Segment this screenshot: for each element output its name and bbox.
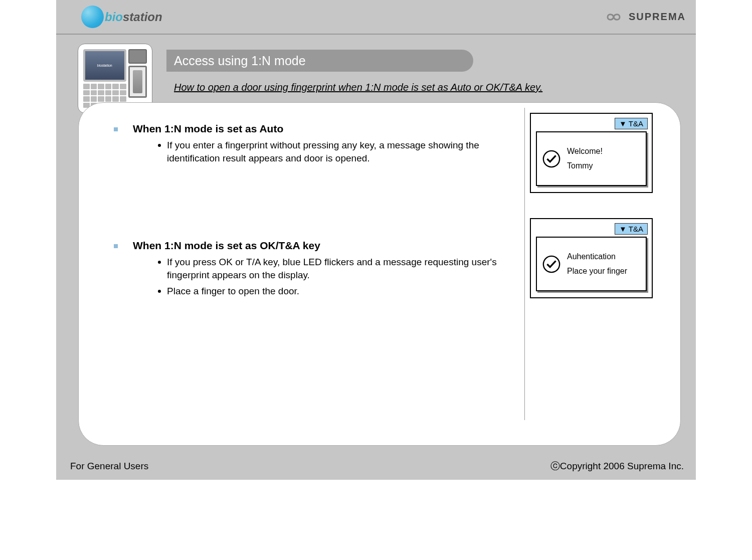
section-heading: When 1:N mode is set as Auto — [133, 123, 283, 135]
square-bullet-icon — [114, 244, 118, 248]
page-subtitle: How to open a door using fingerprint whe… — [174, 82, 542, 93]
dot-bullet-icon — [158, 290, 161, 293]
list-item-text: If you enter a fingerprint without press… — [167, 139, 515, 164]
mockup-line1: Auhentication — [567, 250, 627, 264]
page-title: Access using 1:N mode — [166, 50, 473, 72]
content-panel: When 1:N mode is set as Auto If you ente… — [78, 102, 681, 446]
footer: For General Users ⓒCopyright 2006 Suprem… — [56, 452, 696, 480]
list-item-text: Place a finger to open the door. — [167, 285, 299, 298]
list-item: If you enter a fingerprint without press… — [158, 139, 515, 164]
logo-suprema-text: SUPREMA — [629, 11, 686, 23]
logo-suprema: SUPREMA — [602, 10, 686, 25]
ta-badge: ▼ T&A — [615, 223, 648, 235]
footer-right: ⓒCopyright 2006 Suprema Inc. — [550, 460, 684, 473]
footer-left: For General Users — [70, 461, 148, 472]
slide: biostation SUPREMA biostation — [56, 0, 696, 480]
check-circle-icon — [542, 149, 561, 168]
biostation-swirl-icon — [81, 6, 104, 28]
content-area: biostation Access using 1 — [56, 35, 696, 446]
list-item-text: If you press OK or T/A key, blue LED fli… — [167, 256, 515, 281]
device-fingerprint-icon — [128, 66, 147, 98]
logo-biostation: biostation — [81, 6, 162, 28]
square-bullet-icon — [114, 127, 118, 131]
header: biostation SUPREMA — [56, 0, 696, 35]
mockup-welcome: ▼ T&A Welcome! Tommy — [530, 113, 653, 193]
svg-point-1 — [543, 256, 559, 272]
screen-mockups: ▼ T&A Welcome! Tommy — [530, 113, 653, 298]
check-circle-icon — [542, 255, 561, 274]
mockup-line1: Welcome! — [567, 144, 603, 159]
logo-biostation-text: biostation — [105, 10, 162, 24]
dot-bullet-icon — [158, 144, 161, 147]
suprema-infinity-icon — [602, 10, 626, 25]
device-screen-icon: biostation — [83, 49, 126, 82]
section-heading: When 1:N mode is set as OK/T&A key — [133, 240, 320, 252]
mockup-auth: ▼ T&A Auhentication Place your finger — [530, 218, 653, 298]
device-speaker-icon — [128, 49, 147, 64]
ta-badge: ▼ T&A — [615, 118, 648, 129]
vertical-divider — [524, 108, 525, 420]
list-item: Place a finger to open the door. — [158, 285, 515, 298]
mockup-line2: Place your finger — [567, 264, 627, 279]
dot-bullet-icon — [158, 261, 161, 264]
mockup-line2: Tommy — [567, 159, 603, 173]
svg-point-0 — [543, 150, 559, 166]
list-item: If you press OK or T/A key, blue LED fli… — [158, 256, 515, 281]
